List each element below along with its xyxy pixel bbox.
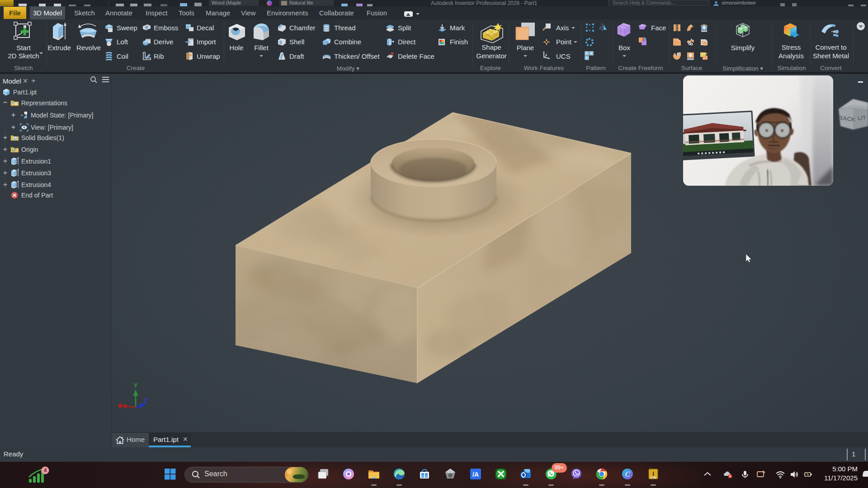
svg-text:C: C (625, 470, 630, 478)
svg-text:Z: Z (144, 397, 148, 404)
svg-text:E: E (146, 26, 148, 30)
svg-text:z: z (545, 52, 547, 56)
svg-text:Y: Y (133, 381, 138, 389)
svg-text:/A: /A (472, 471, 479, 478)
svg-text:LIT: LIT (858, 114, 867, 122)
svg-text:4: 4 (44, 467, 47, 474)
svg-text:PRO: PRO (651, 477, 656, 479)
